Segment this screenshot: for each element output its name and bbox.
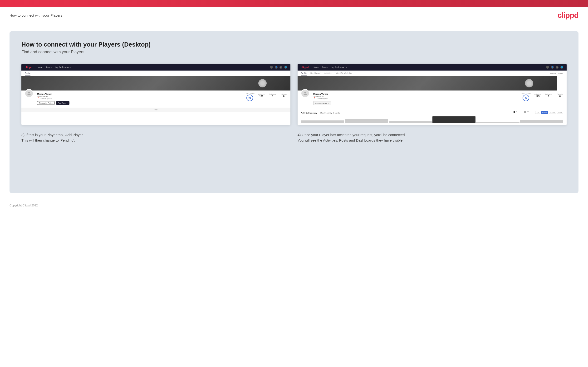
mock-player-info-1: Marcus Turner 1-5 Handicap 📍 United King…: [37, 92, 241, 105]
legend-off-course: Off course: [524, 111, 533, 113]
quality-label-1: Player Quality: [245, 92, 254, 94]
mock-nav-2: clippd Home Teams My Performance ⌕ 👤 ⊙ 🌐: [298, 64, 567, 71]
activities-label-1: Activities: [258, 93, 265, 95]
main-content: How to connect with your Players (Deskto…: [9, 31, 579, 193]
quality-circle-2: 92: [523, 94, 529, 101]
location-icon-1: 📍: [37, 97, 39, 99]
user-icon-1: 👤: [275, 66, 277, 69]
tab-profile-1[interactable]: Profile: [25, 72, 30, 76]
svg-point-1: [156, 109, 156, 110]
request-follow-button[interactable]: Request to Follow: [37, 101, 55, 105]
period-3mths[interactable]: 3 mths: [549, 111, 556, 114]
location-icon-2: 📍: [313, 97, 315, 99]
mock-nav-performance-1: My Performance: [55, 66, 71, 68]
mock-banner-2: [298, 76, 557, 91]
mock-tabs-2: Profile Dashboard Activities What To Wor…: [298, 71, 567, 76]
mock-player-name-1: Marcus Turner: [37, 93, 241, 95]
bar-2: [345, 119, 388, 123]
mock-profile-section-2: Marcus Turner 1-5 Handicap 📍 United King…: [298, 91, 567, 108]
mock-nav-performance-2: My Performance: [332, 66, 347, 68]
logo: clippd: [558, 11, 579, 20]
player-dropdown-2[interactable]: Marcus Turner ▾: [550, 72, 563, 76]
legend-dot-off-course: [524, 111, 526, 113]
mock-player-location-2: 📍 United Kingdom: [313, 97, 517, 99]
bar-1: [301, 120, 344, 123]
remove-x-icon: ✕: [328, 102, 329, 104]
tab-activities-2[interactable]: Activities: [324, 72, 332, 76]
tab-profile-2[interactable]: Profile: [301, 72, 307, 76]
bar-3: [389, 121, 432, 123]
desc-1-text: 3) If this is your Player tap, 'Add Play…: [21, 133, 85, 142]
mock-nav-home-1: Home: [37, 66, 42, 68]
page-subheading: Find and connect with your Players: [21, 50, 567, 54]
mock-buttons-1: Request to Follow Add Player +: [37, 101, 241, 105]
mock-quality-1: Player Quality 92: [245, 92, 254, 101]
activities-stat-1: Activities 129: [258, 93, 265, 98]
followers-value-2: 0: [545, 95, 552, 98]
user-icon-2: 👤: [551, 66, 554, 69]
tab-dashboard-2[interactable]: Dashboard: [311, 72, 320, 76]
bar-4: [432, 117, 476, 123]
mock-buttons-2: Remove Player ✕: [313, 101, 517, 105]
activities-label-2: Activities: [535, 93, 541, 95]
svg-point-2: [304, 92, 306, 93]
followers-value-1: 0: [269, 95, 276, 98]
globe-icon-1: 🌐: [284, 66, 287, 69]
activities-value-1: 129: [258, 95, 265, 98]
mock-avatar-2: [301, 89, 310, 98]
tab-what-to-work-on-2[interactable]: What To Work On: [336, 72, 352, 76]
bar-5: [476, 122, 519, 123]
header: How to connect with your Players clippd: [0, 7, 588, 24]
followers-stat-1: Followers 0: [269, 93, 276, 98]
activity-chart: [301, 117, 563, 123]
activity-summary: Activity Summary Monthly Activity · 6 Mo…: [298, 108, 567, 125]
period-1mth[interactable]: 1 mth: [557, 111, 563, 114]
remove-player-button[interactable]: Remove Player ✕: [313, 101, 331, 105]
mock-tabs-1: Profile: [21, 71, 290, 76]
mock-player-info-2: Marcus Turner 1-5 Handicap 📍 United King…: [313, 92, 517, 105]
mock-nav-items-2: Home Teams My Performance: [313, 66, 542, 68]
period-6mths[interactable]: 6 mths: [541, 111, 548, 114]
activity-legend: On course Off course: [514, 111, 533, 113]
copyright: Copyright Clippd 2022: [9, 204, 38, 207]
top-bar: [0, 0, 588, 7]
search-icon-2: ⌕: [546, 66, 549, 69]
screenshot-1: clippd Home Teams My Performance ⌕ 👤 ⊙ 🌐…: [21, 64, 290, 125]
bar-6: [520, 120, 563, 123]
legend-dot-on-course: [514, 111, 515, 113]
descriptions-row: 3) If this is your Player tap, 'Add Play…: [21, 132, 567, 143]
activity-period: Monthly Activity · 6 Months: [320, 112, 340, 114]
mock-nav-items-1: Home Teams My Performance: [37, 66, 266, 68]
search-icon-1: ⌕: [270, 66, 273, 69]
activities-value-2: 129: [535, 95, 541, 98]
description-1: 3) If this is your Player tap, 'Add Play…: [21, 132, 290, 143]
period-controls: 1 yr 6 mths 3 mths 1 mth: [535, 111, 563, 114]
mock-logo-2: clippd: [301, 66, 309, 69]
page-heading: How to connect with your Players (Deskto…: [21, 41, 567, 48]
description-2: 4) Once your Player has accepted your re…: [298, 132, 567, 143]
followers-label-2: Followers: [545, 93, 552, 95]
activity-header: Activity Summary Monthly Activity · 6 Mo…: [301, 110, 563, 115]
mock-logo-1: clippd: [25, 66, 32, 69]
mock-quality-2: Player Quality 92: [521, 92, 531, 101]
quality-label-2: Player Quality: [521, 92, 531, 94]
mock-nav-icons-1: ⌕ 👤 ⊙ 🌐: [270, 66, 287, 69]
activity-right: On course Off course 1 yr 6 mths 3 mths: [514, 111, 563, 114]
svg-point-0: [28, 92, 30, 93]
followers-label-1: Followers: [269, 93, 276, 95]
following-value-2: 0: [557, 95, 563, 98]
mock-player-location-1: 📍 United Kingdom: [37, 97, 241, 99]
mock-player-name-2: Marcus Turner: [313, 93, 517, 95]
settings-icon-2: ⊙: [556, 66, 559, 69]
mock-stats-1: Activities 129 Followers 0 Following 0: [258, 93, 287, 98]
quality-circle-1: 92: [246, 94, 253, 101]
mock-nav-teams-1: Teams: [46, 66, 52, 68]
following-label-2: Following: [557, 93, 563, 95]
mock-nav-home-2: Home: [313, 66, 319, 68]
add-player-button[interactable]: Add Player +: [56, 101, 69, 105]
mock-nav-teams-2: Teams: [322, 66, 328, 68]
mock-player-handicap-2: 1-5 Handicap: [313, 95, 517, 97]
desc-2-text: 4) Once your Player has accepted your re…: [298, 133, 406, 142]
following-stat-1: Following 0: [281, 93, 287, 98]
period-1yr[interactable]: 1 yr: [535, 111, 540, 114]
